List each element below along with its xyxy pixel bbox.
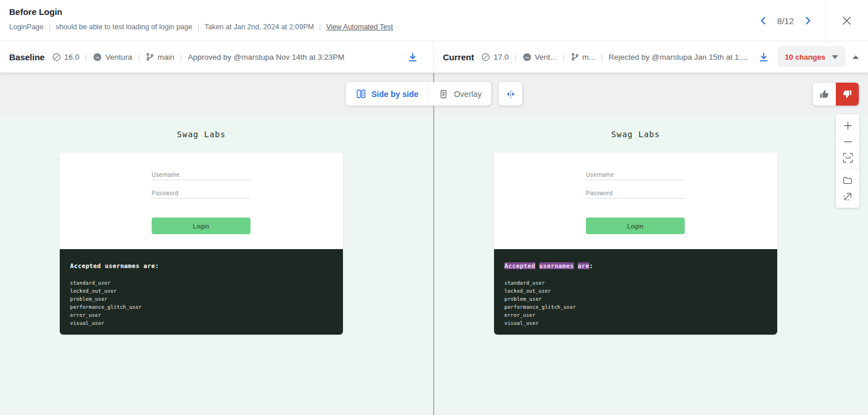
baseline-approval-status: Approved by @marstupa Nov 14th at 3:23PM (188, 53, 345, 61)
breadcrumb-separator: | (192, 23, 205, 31)
credentials-list: standard_user locked_out_user problem_us… (504, 279, 768, 327)
changes-dropdown[interactable]: 10 changes (777, 46, 846, 67)
login-button-image: Login (586, 218, 685, 234)
bar-separator: | (85, 53, 87, 61)
download-icon (758, 52, 769, 63)
overlay-document-icon (438, 89, 449, 99)
login-form: Username Password Login (60, 153, 343, 249)
password-label: Password (152, 190, 178, 196)
current-browser-version: 17.0 (493, 53, 508, 61)
bar-separator: | (601, 53, 603, 61)
baseline-browser-version: 16.0 (64, 53, 79, 61)
current-download-button[interactable] (758, 52, 769, 63)
toggle-diff-overlay-button[interactable] (836, 188, 859, 204)
swap-sides-button[interactable] (499, 82, 522, 106)
list-item: standard_user (70, 279, 334, 287)
open-folder-button[interactable] (836, 172, 859, 188)
baseline-download-button[interactable] (407, 52, 418, 63)
caret-up-icon (852, 55, 859, 59)
breadcrumb-separator: | (44, 23, 56, 31)
close-button[interactable] (840, 14, 853, 27)
diff-region-icon (842, 191, 853, 202)
zoom-out-button[interactable] (836, 134, 859, 150)
download-icon (407, 52, 418, 63)
changes-count: 10 changes (785, 53, 825, 61)
view-mode-segmented-control: Side by side Overlay (346, 82, 492, 106)
current-rejection-status: Rejected by @marstupa Jan 15th at 1:... (608, 53, 747, 61)
breadcrumb-page: LoginPage (9, 23, 44, 31)
current-screenshot[interactable]: Swag Labs Username Password Login Accept… (434, 114, 868, 415)
chevron-left-icon (758, 15, 769, 26)
list-item: visual_user (70, 319, 334, 327)
password-underline (586, 198, 685, 199)
baseline-screenshot[interactable]: Swag Labs Username Password Login Accept… (0, 114, 433, 415)
svg-text:100: 100 (844, 156, 851, 160)
login-card: Username Password Login Accepted usernam… (494, 153, 777, 335)
bar-separator: | (562, 53, 564, 61)
current-branch: m... (582, 53, 596, 61)
zoom-controls-panel: 100 (836, 114, 859, 208)
diff-highlight: Accepted (504, 262, 535, 269)
svg-text:os: os (525, 55, 528, 59)
compare-bar: Baseline 16.0 | os Ventura | main | Appr… (0, 41, 868, 73)
login-card: Username Password Login Accepted usernam… (60, 153, 343, 335)
breadcrumb-separator: | (314, 23, 326, 31)
svg-text:os: os (96, 55, 99, 59)
current-bar: Current 17.0 | os Vent... | m... | Rejec… (434, 41, 868, 72)
list-item: problem_user (504, 295, 768, 303)
side-by-side-tab[interactable]: Side by side (346, 82, 429, 106)
macos-icon: os (522, 52, 532, 62)
pagination-counter: 8/12 (777, 16, 794, 26)
swag-labs-title: Swag Labs (494, 130, 777, 139)
safari-browser-icon (481, 52, 491, 62)
baseline-pane: Swag Labs Username Password Login Accept… (0, 73, 433, 415)
previous-screenshot-button[interactable] (758, 15, 769, 26)
folder-icon (842, 175, 853, 186)
credentials-panel: Accepted usernames are: standard_user lo… (60, 249, 343, 335)
close-icon (840, 14, 853, 27)
baseline-bar: Baseline 16.0 | os Ventura | main | Appr… (0, 41, 434, 72)
overlay-tab[interactable]: Overlay (428, 82, 491, 106)
login-button-image: Login (152, 218, 250, 234)
view-automated-test-link[interactable]: View Automated Test (326, 23, 393, 31)
collapse-panel-button[interactable] (852, 55, 859, 59)
list-item: error_user (70, 311, 334, 319)
list-item: locked_out_user (504, 287, 768, 295)
list-item: standard_user (504, 279, 768, 287)
list-item: error_user (504, 311, 768, 319)
swag-labs-title: Swag Labs (60, 130, 343, 139)
git-branch-icon (570, 52, 580, 61)
breadcrumb: LoginPage | should be able to test loadi… (9, 23, 393, 31)
macos-icon: os (92, 52, 102, 62)
thumbs-up-icon (819, 88, 830, 100)
current-label: Current (443, 52, 474, 62)
breadcrumb-taken-at: Taken at Jan 2nd, 2024 at 2:09PM (205, 23, 314, 31)
username-label: Username (586, 172, 614, 178)
diff-highlight: are (578, 262, 589, 269)
list-item: locked_out_user (70, 287, 334, 295)
baseline-os: Ventura (105, 53, 132, 61)
diff-highlight: usernames (539, 262, 574, 269)
baseline-label: Baseline (9, 52, 45, 62)
username-label: Username (152, 172, 180, 178)
swap-arrows-icon (506, 89, 516, 99)
zoom-in-button[interactable] (836, 118, 859, 134)
current-pane: Swag Labs Username Password Login Accept… (434, 73, 868, 415)
safari-browser-icon (52, 52, 61, 62)
next-screenshot-button[interactable] (802, 15, 813, 26)
reject-button[interactable] (836, 83, 859, 106)
thumbs-down-icon (842, 88, 853, 100)
accept-button[interactable] (813, 83, 836, 106)
username-underline (152, 180, 250, 180)
pane-divider (433, 73, 434, 415)
credentials-title-diff-highlighted: Accepted usernames are: (504, 262, 768, 269)
bar-separator: | (138, 53, 140, 61)
minus-icon (843, 137, 853, 147)
list-item: problem_user (70, 295, 334, 303)
credentials-list: standard_user locked_out_user problem_us… (70, 279, 334, 327)
list-item: visual_user (504, 319, 768, 327)
list-item: performance_glitch_user (70, 303, 334, 311)
zoom-100-button[interactable]: 100 (836, 150, 859, 166)
git-branch-icon (145, 52, 155, 61)
password-underline (152, 198, 250, 199)
